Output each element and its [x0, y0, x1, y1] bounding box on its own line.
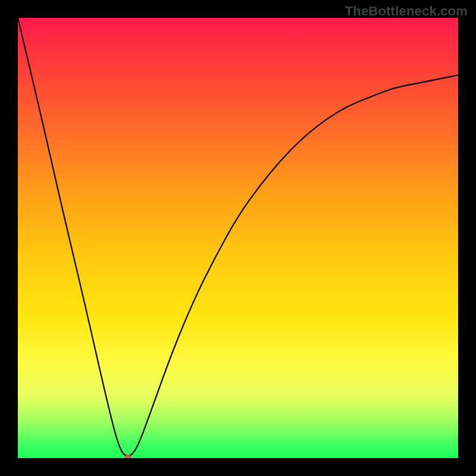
chart-frame: TheBottleneck.com — [0, 0, 476, 476]
curve-line — [18, 18, 458, 456]
watermark-label: TheBottleneck.com — [345, 4, 468, 19]
chart-svg — [18, 18, 458, 458]
